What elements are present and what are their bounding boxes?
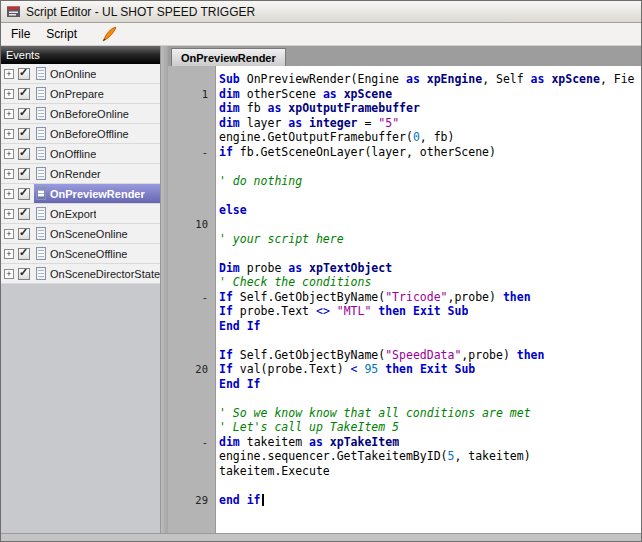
expand-icon[interactable]: + bbox=[4, 169, 14, 179]
line-number: 20 bbox=[168, 362, 215, 377]
panel-splitter[interactable] bbox=[161, 46, 168, 533]
code-line[interactable] bbox=[168, 159, 641, 174]
code-line[interactable]: 1dim otherScene as xpScene bbox=[168, 87, 641, 102]
code-editor[interactable]: Sub OnPreviewRender(Engine as xpEngine, … bbox=[168, 66, 641, 533]
code-line[interactable]: ' Check the conditions bbox=[168, 275, 641, 290]
expand-icon[interactable]: + bbox=[4, 109, 14, 119]
event-row-onsceneonline[interactable]: +✓OnSceneOnline bbox=[1, 224, 160, 244]
code-line[interactable]: End If bbox=[168, 319, 641, 334]
expand-icon[interactable]: + bbox=[4, 229, 14, 239]
expand-icon[interactable]: + bbox=[4, 189, 14, 199]
expand-icon[interactable]: + bbox=[4, 89, 14, 99]
event-row-body[interactable]: OnOffline bbox=[34, 144, 160, 163]
script-editor-window: Script Editor - UL SHOT SPEED TRIGGER Fi… bbox=[0, 0, 642, 542]
code-line[interactable]: 29end if bbox=[168, 493, 641, 508]
code-line[interactable]: engine.GetOutputFramebuffer(0, fb) bbox=[168, 130, 641, 145]
line-number bbox=[168, 391, 215, 406]
event-row-onbeforeonline[interactable]: +✓OnBeforeOnline bbox=[1, 104, 160, 124]
code-text bbox=[215, 478, 219, 493]
expand-icon[interactable]: + bbox=[4, 129, 14, 139]
code-line[interactable]: -If Self.GetObjectByName("Tricode",probe… bbox=[168, 290, 641, 305]
code-line[interactable]: If Self.GetObjectByName("SpeedData",prob… bbox=[168, 348, 641, 363]
hot-script-icon[interactable] bbox=[101, 26, 117, 42]
code-line[interactable]: 10 bbox=[168, 217, 641, 232]
event-enabled-checkbox[interactable]: ✓ bbox=[18, 148, 30, 160]
code-line[interactable] bbox=[168, 246, 641, 261]
event-row-body[interactable]: OnOnline bbox=[34, 64, 160, 83]
event-enabled-checkbox[interactable]: ✓ bbox=[18, 208, 30, 220]
event-label: OnRender bbox=[50, 168, 101, 180]
code-line[interactable] bbox=[168, 333, 641, 348]
code-text: engine.GetOutputFramebuffer(0, fb) bbox=[215, 130, 454, 145]
event-row-onsceneoffline[interactable]: +✓OnSceneOffline bbox=[1, 244, 160, 264]
menu-script[interactable]: Script bbox=[38, 24, 85, 44]
event-enabled-checkbox[interactable]: ✓ bbox=[18, 268, 30, 280]
code-line[interactable]: 20If val(probe.Text) < 95 then Exit Sub bbox=[168, 362, 641, 377]
menu-file[interactable]: File bbox=[3, 24, 38, 44]
code-text: engine.sequencer.GetTakeitemByID(5, take… bbox=[215, 449, 531, 464]
event-row-body[interactable]: OnSceneOnline bbox=[34, 224, 160, 243]
checkmark-icon: ✓ bbox=[19, 226, 28, 239]
code-text: ' Let's call up TakeItem 5 bbox=[215, 420, 399, 435]
event-row-body[interactable]: OnPrepare bbox=[34, 84, 160, 103]
event-row-body[interactable]: OnBeforeOnline bbox=[34, 104, 160, 123]
tab-onpreviewrender[interactable]: OnPreviewRender bbox=[171, 48, 286, 66]
event-row-onexport[interactable]: +✓OnExport bbox=[1, 204, 160, 224]
event-enabled-checkbox[interactable]: ✓ bbox=[18, 68, 30, 80]
code-text: If Self.GetObjectByName("Tricode",probe)… bbox=[215, 290, 531, 305]
line-number bbox=[168, 159, 215, 174]
code-line[interactable] bbox=[168, 478, 641, 493]
event-row-onrender[interactable]: +✓OnRender bbox=[1, 164, 160, 184]
code-line[interactable]: engine.sequencer.GetTakeitemByID(5, take… bbox=[168, 449, 641, 464]
event-enabled-checkbox[interactable]: ✓ bbox=[18, 128, 30, 140]
event-row-onscenedirectorstate[interactable]: +✓OnSceneDirectorState bbox=[1, 264, 160, 284]
code-line[interactable]: ' So we know know that all conditions ar… bbox=[168, 406, 641, 421]
code-line[interactable]: If probe.Text <> "MTL" then Exit Sub bbox=[168, 304, 641, 319]
event-row-body[interactable]: OnSceneOffline bbox=[34, 244, 160, 263]
code-line[interactable]: ' do nothing bbox=[168, 174, 641, 189]
code-line[interactable]: Sub OnPreviewRender(Engine as xpEngine, … bbox=[168, 72, 641, 87]
event-enabled-checkbox[interactable]: ✓ bbox=[18, 108, 30, 120]
line-number bbox=[168, 130, 215, 145]
event-enabled-checkbox[interactable]: ✓ bbox=[18, 88, 30, 100]
event-row-body[interactable]: OnBeforeOffline bbox=[34, 124, 160, 143]
code-line[interactable]: -if fb.GetSceneOnLayer(layer, otherScene… bbox=[168, 145, 641, 160]
code-line[interactable]: takeitem.Execute bbox=[168, 464, 641, 479]
expand-icon[interactable]: + bbox=[4, 69, 14, 79]
code-line[interactable]: ' Let's call up TakeItem 5 bbox=[168, 420, 641, 435]
event-row-body[interactable]: OnExport bbox=[34, 204, 160, 223]
event-row-onoffline[interactable]: +✓OnOffline bbox=[1, 144, 160, 164]
code-line[interactable] bbox=[168, 188, 641, 203]
expand-icon[interactable]: + bbox=[4, 209, 14, 219]
code-text: dim otherScene as xpScene bbox=[215, 87, 392, 102]
event-enabled-checkbox[interactable]: ✓ bbox=[18, 188, 30, 200]
code-line[interactable]: else bbox=[168, 203, 641, 218]
event-row-body[interactable]: OnRender bbox=[34, 164, 160, 183]
expand-icon[interactable]: + bbox=[4, 249, 14, 259]
code-line[interactable] bbox=[168, 391, 641, 406]
expand-icon[interactable]: + bbox=[4, 149, 14, 159]
code-text: ' So we know know that all conditions ar… bbox=[215, 406, 531, 421]
code-line[interactable]: dim layer as integer = "5" bbox=[168, 116, 641, 131]
event-enabled-checkbox[interactable]: ✓ bbox=[18, 248, 30, 260]
title-bar: Script Editor - UL SHOT SPEED TRIGGER bbox=[1, 1, 641, 23]
code-line[interactable]: dim fb as xpOutputFramebuffer bbox=[168, 101, 641, 116]
expand-icon[interactable]: + bbox=[4, 269, 14, 279]
line-number bbox=[168, 333, 215, 348]
event-enabled-checkbox[interactable]: ✓ bbox=[18, 168, 30, 180]
script-document-icon bbox=[36, 207, 46, 220]
event-row-onprepare[interactable]: +✓OnPrepare bbox=[1, 84, 160, 104]
code-line[interactable]: -dim takeitem as xpTakeItem bbox=[168, 435, 641, 450]
event-row-body[interactable]: OnSceneDirectorState bbox=[34, 264, 160, 283]
event-row-onbeforeoffline[interactable]: +✓OnBeforeOffline bbox=[1, 124, 160, 144]
script-document-icon bbox=[36, 247, 46, 260]
event-row-onpreviewrender[interactable]: +✓OnPreviewRender bbox=[1, 184, 160, 204]
event-row-body[interactable]: OnPreviewRender bbox=[34, 184, 160, 203]
editor-panel: OnPreviewRender Sub OnPreviewRender(Engi… bbox=[168, 46, 641, 533]
code-line[interactable]: ' your script here bbox=[168, 232, 641, 247]
event-enabled-checkbox[interactable]: ✓ bbox=[18, 228, 30, 240]
event-label: OnSceneDirectorState bbox=[50, 268, 160, 280]
code-line[interactable]: End If bbox=[168, 377, 641, 392]
code-line[interactable]: Dim probe as xpTextObject bbox=[168, 261, 641, 276]
event-row-ononline[interactable]: +✓OnOnline bbox=[1, 64, 160, 84]
